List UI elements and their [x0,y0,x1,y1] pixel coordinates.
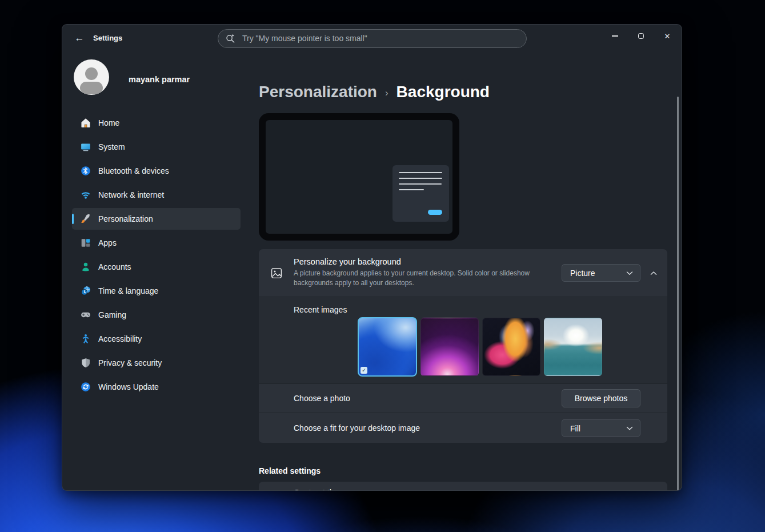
breadcrumb-parent[interactable]: Personalization [259,83,377,101]
search-input[interactable] [218,29,527,48]
sidebar-item-privacy-security[interactable]: Privacy & security [72,352,241,374]
vertical-scrollbar[interactable] [677,97,679,491]
app-title: Settings [93,34,122,42]
minimize-icon [612,35,618,36]
window-controls: ✕ [602,26,680,46]
choose-fit-row: Choose a fit for your desktop image Fill [259,413,667,443]
sidebar-item-bluetooth-devices[interactable]: Bluetooth & devices [72,160,241,182]
sidebar-item-accessibility[interactable]: Accessibility [72,328,241,350]
search-sparkle-icon [225,33,236,44]
preview-text-line [399,178,442,179]
contrast-themes-card[interactable]: Contrast themes Color themes for low vis… [259,482,667,491]
back-arrow-icon: ← [75,33,85,44]
apps-icon [80,237,91,249]
preview-text-line [399,183,442,185]
sidebar-item-label: Accounts [98,262,131,271]
gamepad-icon [80,309,91,321]
close-icon: ✕ [664,32,671,41]
contrast-themes-title: Contrast themes [294,488,424,491]
sidebar-item-system[interactable]: System [72,136,241,158]
personalize-background-row: Personalize your background A picture ba… [259,249,667,297]
recent-image-thumbnail-glow[interactable] [420,318,479,376]
search-box [218,29,527,48]
preview-accent-button [428,210,442,215]
accounts-icon [80,261,91,273]
recent-images-label: Recent images [294,305,347,314]
fit-dropdown[interactable]: Fill [562,419,640,437]
dropdown-value: Fill [570,423,626,433]
sidebar-item-home[interactable]: Home [72,112,241,134]
windows-update-icon [80,381,91,393]
main-content: Personalization › Background [259,52,667,491]
sidebar-item-network-internet[interactable]: Network & internet [72,184,241,206]
preview-text-line [399,172,442,173]
maximize-icon [638,33,644,39]
collapse-section-button[interactable] [646,265,662,281]
sidebar-item-label: Time & language [98,286,158,295]
background-type-dropdown[interactable]: Picture [562,264,640,282]
recent-image-thumbnail-sunrise[interactable] [544,318,602,376]
breadcrumb: Personalization › Background [259,83,490,101]
sidebar-item-label: System [98,142,125,151]
related-settings-heading: Related settings [259,466,321,475]
chevron-up-icon [650,271,657,275]
user-name: mayank parmar [129,75,190,84]
choose-fit-label: Choose a fit for your desktop image [294,423,420,433]
wifi-icon [80,189,91,201]
settings-window: ← Settings ✕ [62,24,682,491]
background-preview-monitor [259,113,459,241]
maximize-button[interactable] [628,26,654,46]
system-icon [80,141,91,153]
selected-indicator [72,214,74,224]
recent-image-thumbnail-ribbons[interactable] [482,318,540,376]
sidebar-item-apps[interactable]: Apps [72,232,241,254]
setting-title: Personalize your background [294,257,556,266]
page-title: Background [396,83,490,101]
desktop-wallpaper: ← Settings ✕ [0,0,765,532]
back-button[interactable]: ← [70,30,89,46]
sidebar-item-label: Bluetooth & devices [98,166,169,175]
sidebar-item-label: Network & internet [98,190,164,199]
preview-text-line [399,189,424,190]
breadcrumb-separator-icon: › [385,87,388,99]
dropdown-value: Picture [570,269,626,278]
setting-description: A picture background applies to your cur… [294,269,556,287]
selected-check-icon: ✓ [361,367,367,374]
sidebar-item-label: Gaming [98,310,126,319]
sidebar-item-label: Privacy & security [98,358,162,367]
chevron-down-icon [626,271,633,275]
recent-images-section: Recent images ✓ [259,297,667,384]
background-settings-card: Personalize your background A picture ba… [259,249,667,443]
sidebar-item-label: Apps [98,238,117,247]
preview-dialog-card [392,165,449,222]
contrast-icon [270,490,284,491]
shield-icon [80,357,91,369]
sidebar-item-time-language[interactable]: Time & language [72,280,241,302]
minimize-button[interactable] [602,26,628,46]
sidebar-item-label: Personalization [98,214,153,223]
preview-screen [266,120,452,234]
sidebar-item-label: Home [98,118,119,127]
time-language-icon [80,285,91,297]
home-icon [80,117,91,129]
sidebar: mayank parmar Home System [62,52,252,491]
accessibility-icon [80,333,91,345]
avatar [74,59,109,95]
sidebar-item-gaming[interactable]: Gaming [72,304,241,326]
sidebar-item-windows-update[interactable]: Windows Update [72,376,241,398]
choose-photo-label: Choose a photo [294,394,350,403]
picture-icon [270,267,283,279]
sidebar-item-label: Accessibility [98,334,142,343]
bluetooth-icon [80,165,91,177]
recent-image-thumbnail-bloom[interactable]: ✓ [358,317,417,377]
browse-photos-button[interactable]: Browse photos [562,389,640,407]
personalization-icon [80,213,91,225]
close-button[interactable]: ✕ [654,26,680,46]
titlebar: ← Settings ✕ [62,25,682,52]
sidebar-item-personalization[interactable]: Personalization [72,208,241,230]
chevron-down-icon [626,426,633,430]
choose-photo-row: Choose a photo Browse photos [259,384,667,413]
sidebar-item-accounts[interactable]: Accounts [72,256,241,278]
recent-images-list: ✓ [358,318,606,377]
sidebar-nav: Home System Bluetooth & devices [72,112,241,400]
